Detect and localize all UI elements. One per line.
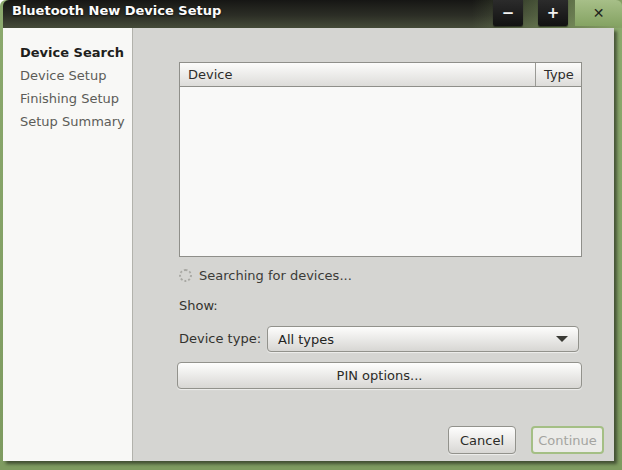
cancel-button[interactable]: Cancel	[448, 426, 516, 454]
minimize-button[interactable]: −	[493, 0, 523, 26]
sidebar-item-setup-summary: Setup Summary	[3, 110, 132, 133]
sidebar-item-device-setup: Device Setup	[3, 64, 132, 87]
table-header-row: Device Type	[179, 62, 582, 87]
maximize-icon: +	[547, 4, 560, 22]
show-label: Show:	[179, 298, 218, 313]
device-type-selected-value: All types	[278, 332, 556, 347]
sidebar-item-device-search: Device Search	[3, 41, 132, 64]
device-list-table: Device Type	[179, 62, 582, 257]
titlebar[interactable]: Bluetooth New Device Setup	[3, 0, 622, 28]
window-body: Device Search Device Setup Finishing Set…	[3, 28, 614, 461]
device-type-dropdown[interactable]: All types	[267, 326, 579, 352]
search-status-row: Searching for devices...	[179, 265, 352, 285]
device-list-body[interactable]	[179, 87, 582, 257]
maximize-button[interactable]: +	[538, 0, 568, 26]
search-status-text: Searching for devices...	[199, 268, 352, 283]
assistant-steps-sidebar: Device Search Device Setup Finishing Set…	[3, 28, 133, 461]
pin-options-button[interactable]: PIN options...	[177, 362, 582, 389]
window-title: Bluetooth New Device Setup	[12, 3, 221, 18]
close-icon: ✕	[593, 5, 605, 21]
column-header-type[interactable]: Type	[535, 63, 581, 86]
minimize-icon: −	[502, 4, 515, 22]
main-panel: Device Type Searching for devices... Sho…	[133, 28, 614, 461]
chevron-down-icon	[556, 336, 568, 342]
continue-button[interactable]: Continue	[531, 426, 604, 454]
device-type-label: Device type:	[179, 331, 261, 346]
close-button[interactable]: ✕	[575, 0, 622, 26]
bluetooth-setup-window: Bluetooth New Device Setup − + ✕ Device …	[0, 0, 622, 470]
sidebar-item-finishing-setup: Finishing Setup	[3, 87, 132, 110]
column-header-device[interactable]: Device	[180, 63, 535, 86]
spinner-icon	[179, 269, 192, 282]
